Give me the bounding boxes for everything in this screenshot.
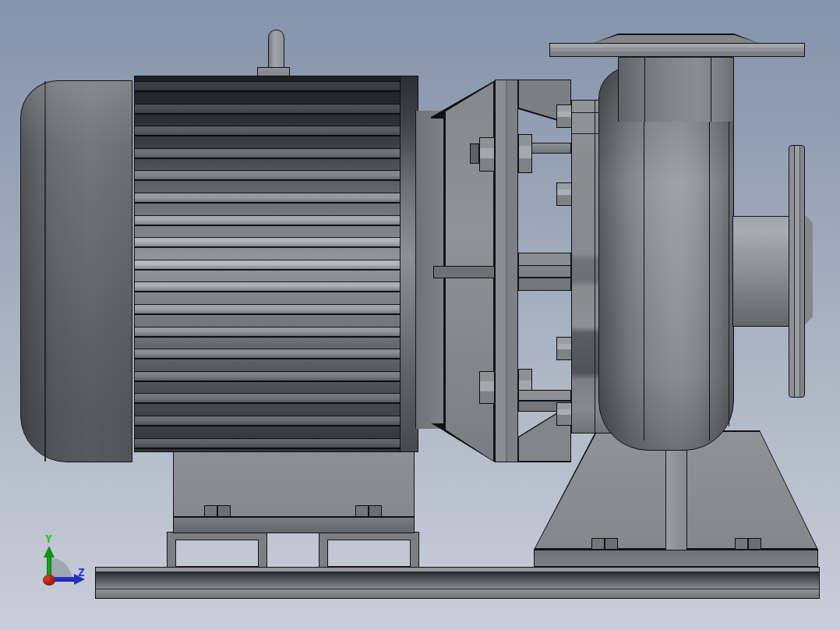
- z-axis-label: Z: [78, 567, 84, 578]
- pedestal-rib[interactable]: [665, 435, 687, 550]
- hex-nut-upper: [518, 134, 532, 173]
- cylinder-shading: [135, 76, 418, 451]
- bracket-rib: [433, 266, 495, 278]
- suction-pipe[interactable]: [732, 216, 790, 327]
- motor-support-base[interactable]: [173, 517, 415, 533]
- volute-tangent-line: [709, 79, 710, 441]
- motor-fin-housing[interactable]: [134, 76, 418, 452]
- origin-dot: [43, 575, 55, 586]
- cover-bolt: [556, 402, 572, 426]
- anchor-bolt-pair: [204, 505, 231, 517]
- cover-bolt: [556, 104, 572, 128]
- motor-end-cap[interactable]: [20, 80, 132, 462]
- pump-shaft[interactable]: [518, 253, 571, 291]
- motor-foot-frame-left[interactable]: [168, 533, 266, 567]
- cover-seam: [595, 101, 595, 433]
- volute-casing[interactable]: [598, 67, 734, 451]
- hex-bolt-head-upper: [479, 137, 495, 172]
- pedestal-base[interactable]: [534, 550, 818, 567]
- y-axis-label: Y: [45, 533, 51, 544]
- cover-bolt: [556, 182, 572, 206]
- lifting-eye[interactable]: [268, 30, 284, 72]
- discharge-flange[interactable]: [549, 43, 805, 57]
- flange-bevel: [594, 35, 758, 44]
- cad-viewport[interactable]: Y Z: [0, 0, 840, 630]
- anchor-bolt-pair: [591, 538, 618, 550]
- neck-seam: [711, 58, 711, 122]
- volute-tangent-line: [644, 79, 644, 441]
- anchor-bolt-pair: [355, 505, 382, 517]
- bracket-flange[interactable]: [495, 80, 518, 462]
- motor-foot-frame-right[interactable]: [319, 533, 418, 567]
- suction-flange[interactable]: [789, 145, 805, 398]
- discharge-neck[interactable]: [618, 56, 734, 122]
- neck-seam: [644, 58, 645, 122]
- anchor-bolt-pair: [735, 538, 761, 550]
- y-axis-arrow: [44, 546, 55, 557]
- baseplate[interactable]: [95, 567, 820, 599]
- casing-rim-line: [729, 83, 729, 426]
- bolt-shank-end: [470, 143, 479, 164]
- end-cap-shading: [21, 81, 132, 462]
- cover-bolt: [556, 337, 572, 360]
- hex-bolt-head-lower: [479, 371, 495, 404]
